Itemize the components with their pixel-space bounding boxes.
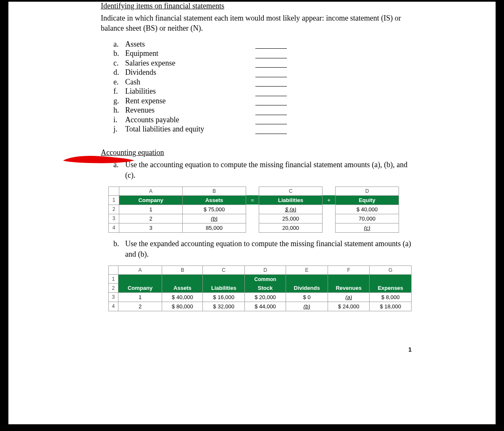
corner-cell xyxy=(109,266,118,275)
answer-blank[interactable] xyxy=(255,69,287,77)
row-number: 4 xyxy=(109,223,119,232)
table-row: 21$ 75,000$ (a)$ 40,000 xyxy=(109,205,399,214)
table-cell: 2 xyxy=(119,214,183,223)
table-cell: (b) xyxy=(286,302,328,311)
item-marker: c. xyxy=(113,58,125,68)
list-item: c.Salaries expense xyxy=(113,58,412,68)
hdr-plus: + xyxy=(323,195,336,205)
list-item: e.Cash xyxy=(113,77,412,87)
col-letter: D xyxy=(244,266,286,275)
table-cell: $ 16,000 xyxy=(203,292,244,302)
table-cell: (a) xyxy=(328,292,370,302)
table-cell: 20,000 xyxy=(259,223,323,232)
hdr-eq: = xyxy=(246,195,259,205)
table-cell: $ 44,000 xyxy=(244,302,286,311)
col-letter: C xyxy=(259,187,323,195)
table-cell: $ 75,000 xyxy=(183,205,246,214)
table-cell: (b) xyxy=(183,214,246,223)
table1-wrap: A B C D 1 Company Assets = Liabilities + xyxy=(108,187,412,233)
table-cell: 3 xyxy=(119,223,183,232)
col-letter: D xyxy=(336,187,399,195)
table-cell: $ 20,000 xyxy=(244,292,286,302)
col-letter: A xyxy=(118,266,162,275)
answer-blank[interactable] xyxy=(255,41,287,49)
section2-sublist: a. Use the accounting equation to comput… xyxy=(113,160,412,181)
list-item: h.Revenues xyxy=(113,105,412,115)
section2-sublist-b: b. Use the expanded accounting equation … xyxy=(113,239,412,260)
row-number: 3 xyxy=(109,292,118,302)
row-number: 1 xyxy=(109,195,119,205)
col-letter: E xyxy=(286,266,328,275)
red-highlight-mark xyxy=(63,154,134,165)
list-item: b.Equipment xyxy=(113,49,412,58)
table-cell: $ 18,000 xyxy=(370,302,412,311)
corner-cell xyxy=(109,187,119,195)
page-wrapper: Identifying items on financial statement… xyxy=(0,0,504,431)
table2-header-bottom: 2 Company Assets Liabilities Stock Divid… xyxy=(109,284,412,293)
answer-blank[interactable] xyxy=(255,116,287,124)
table-cell: 1 xyxy=(119,205,183,214)
answer-blank[interactable] xyxy=(255,50,287,58)
hdr-liab: Liabilities xyxy=(203,284,244,293)
col-letter: F xyxy=(328,266,370,275)
table-cell: 2 xyxy=(118,302,162,311)
part-b-text: Use the expanded accounting equation to … xyxy=(125,239,412,260)
list-item: j.Total liabilities and equity xyxy=(113,124,412,134)
answer-blank[interactable] xyxy=(255,126,287,134)
section2-part-a: a. Use the accounting equation to comput… xyxy=(113,160,412,181)
item-label: Salaries expense xyxy=(125,58,239,68)
section2-title: Accounting equation xyxy=(101,148,412,157)
table-cell: 70,000 xyxy=(336,214,399,223)
answer-blank[interactable] xyxy=(255,107,287,115)
hdr-common-top: Common xyxy=(244,275,286,284)
answer-blank[interactable] xyxy=(255,88,287,96)
hdr-div: Dividends xyxy=(286,284,328,293)
table-cell: 1 xyxy=(118,292,162,302)
item-label: Total liabilities and equity xyxy=(125,124,239,134)
hdr-assets: Assets xyxy=(183,195,246,205)
answer-blank[interactable] xyxy=(255,79,287,87)
table-cell: $ 32,000 xyxy=(203,302,244,311)
table-cell: $ (a) xyxy=(259,205,323,214)
list-item: i.Accounts payable xyxy=(113,115,412,125)
item-marker: a. xyxy=(113,39,125,49)
table-row: 32(b)25,00070,000 xyxy=(109,214,399,223)
col-letter: B xyxy=(183,187,246,195)
hdr-rev: Revenues xyxy=(328,284,370,293)
item-marker: d. xyxy=(113,68,125,77)
table-row: 31$ 40,000$ 16,000$ 20,000$ 0(a)$ 8,000 xyxy=(109,292,412,302)
hdr-company: Company xyxy=(118,284,162,293)
table-cell: $ 8,000 xyxy=(370,292,412,302)
item-marker: j. xyxy=(113,124,125,134)
hdr-assets: Assets xyxy=(162,284,203,293)
table2-header-top: 1 Common xyxy=(109,275,412,284)
item-marker: g. xyxy=(113,96,125,106)
table-cell: $ 24,000 xyxy=(328,302,370,311)
table1-header-row: 1 Company Assets = Liabilities + Equity xyxy=(109,195,399,205)
table2: A B C D E F G 1 Common xyxy=(108,265,412,311)
row-number: 1 xyxy=(109,275,118,284)
item-label: Cash xyxy=(125,77,239,87)
col-letter: G xyxy=(370,266,412,275)
row-number: 2 xyxy=(109,284,118,293)
answer-blank[interactable] xyxy=(255,60,287,68)
list-item: a.Assets xyxy=(113,39,412,49)
item-marker: e. xyxy=(113,77,125,87)
table2-column-letters: A B C D E F G xyxy=(109,266,412,275)
item-label: Revenues xyxy=(125,105,239,115)
col-letter: A xyxy=(119,187,183,195)
item-label: Rent expense xyxy=(125,96,239,106)
part-a-text: Use the accounting equation to compute t… xyxy=(125,160,412,181)
col-letter: B xyxy=(162,266,203,275)
table1-column-letters: A B C D xyxy=(109,187,399,195)
row-number: 3 xyxy=(109,214,119,223)
item-label: Accounts payable xyxy=(125,115,239,125)
row-number: 4 xyxy=(109,302,118,311)
answer-blank[interactable] xyxy=(255,97,287,105)
section1-title: Identifying items on financial statement… xyxy=(101,2,412,11)
table-cell: 85,000 xyxy=(183,223,246,232)
hdr-stock: Stock xyxy=(244,284,286,293)
item-marker: f. xyxy=(113,87,125,96)
items-list: a.Assetsb.Equipmentc.Salaries expensed.D… xyxy=(113,39,412,134)
table-cell: $ 80,000 xyxy=(162,302,203,311)
